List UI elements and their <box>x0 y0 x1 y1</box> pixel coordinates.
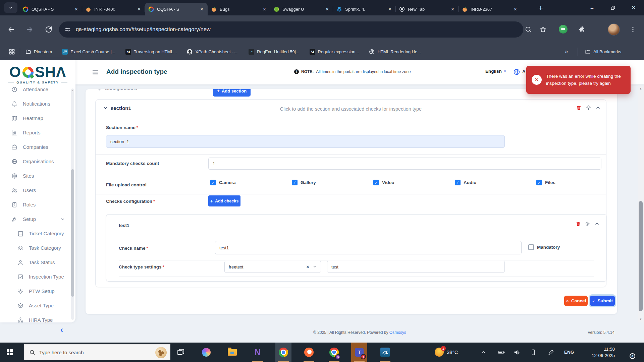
bookmark-item[interactable]: Excel Crash Course |... <box>62 49 115 55</box>
task-view-button[interactable] <box>173 343 189 362</box>
profile-avatar[interactable] <box>608 23 620 36</box>
browser-tab[interactable]: INRT-3400 ✕ <box>82 3 145 15</box>
scroll-up-arrow-icon[interactable]: ▲ <box>638 87 644 90</box>
notification-center-button[interactable]: 4 <box>623 348 633 357</box>
upload-option-checkbox[interactable]: ✓ Gallery <box>292 180 373 185</box>
browser-tab[interactable]: New Tab ✕ <box>396 3 459 15</box>
teams-button[interactable]: T 4 <box>351 343 367 362</box>
bookmark-item[interactable]: .* RegExr: Untitled 59j... <box>249 49 299 55</box>
checkbox-icon[interactable]: ✓ <box>373 180 379 185</box>
bookmark-item[interactable]: Pinestem <box>25 49 52 55</box>
taskbar-search[interactable] <box>24 344 170 360</box>
collapse-check-icon[interactable] <box>594 221 600 227</box>
tab-close-icon[interactable]: ✕ <box>450 6 455 12</box>
section-settings-icon[interactable] <box>586 105 591 111</box>
tray-expand-button[interactable] <box>480 348 488 356</box>
forward-button[interactable] <box>23 23 36 36</box>
purple-app-button[interactable]: N <box>250 343 266 362</box>
checkbox-icon[interactable] <box>528 244 534 250</box>
battery-status[interactable] <box>497 348 505 356</box>
add-checks-button[interactable]: + Add checks <box>208 195 240 206</box>
scroll-down-arrow-icon[interactable]: ▼ <box>638 318 644 321</box>
delete-section-icon[interactable] <box>576 105 582 111</box>
sidebar-item[interactable]: Task Status <box>0 255 70 269</box>
page-scrollbar-thumb[interactable] <box>639 201 643 311</box>
sidebar-scrollbar-thumb[interactable] <box>71 169 74 297</box>
tab-close-icon[interactable]: ✕ <box>513 6 518 12</box>
zoom-button[interactable] <box>522 23 535 36</box>
tab-close-icon[interactable]: ✕ <box>325 6 330 12</box>
section-name-input[interactable] <box>106 135 505 148</box>
new-tab-button[interactable]: + <box>535 3 546 13</box>
language-dropdown[interactable]: English ▾ <box>485 69 506 74</box>
chrome-button[interactable] <box>275 343 291 362</box>
browser-tab[interactable]: Sprint-5.4. ✕ <box>333 3 396 15</box>
search-highlight-food-icon[interactable] <box>155 347 167 358</box>
hamburger-menu-icon[interactable] <box>92 68 99 76</box>
tab-search-button[interactable] <box>4 2 17 13</box>
mandatory-checkbox[interactable]: Mandatory <box>528 244 560 250</box>
extension-icon-green[interactable] <box>559 25 568 34</box>
upload-option-checkbox[interactable]: ✓ Camera <box>210 180 292 185</box>
bookmark-item[interactable]: M Traversing an HTML... <box>125 49 177 55</box>
weather-widget[interactable]: 1 38°C <box>435 348 458 357</box>
page-scrollbar[interactable]: ▲ ▼ <box>638 85 644 322</box>
checkbox-icon[interactable]: ✓ <box>292 180 298 185</box>
sidebar-item[interactable]: Inspection Type <box>0 269 70 284</box>
phone-link[interactable] <box>529 348 537 356</box>
window-minimize-button[interactable]: – <box>582 0 602 15</box>
url-text[interactable]: qa-staging.oqsha.com/#/setup/inspection-… <box>76 26 211 33</box>
bookmark-item[interactable]: XPath Cheatsheet --... <box>187 49 238 55</box>
check-type-select[interactable]: freetext ✕ <box>224 261 321 273</box>
browser-tab[interactable]: OQSHA - S ✕ <box>145 3 208 15</box>
sidebar-item[interactable]: Sites <box>0 169 70 183</box>
site-settings-icon[interactable] <box>64 26 71 33</box>
sidebar-item[interactable]: Setup <box>0 212 70 226</box>
add-section-button[interactable]: + Add section <box>213 89 251 97</box>
reload-button[interactable] <box>42 23 55 36</box>
submit-button[interactable]: ✓ Submit <box>590 296 615 306</box>
error-toast[interactable]: ✕ There was an error while creating the … <box>526 66 631 94</box>
browser-tab[interactable]: INRB-2367 ✕ <box>459 3 521 15</box>
cancel-button[interactable]: ✕ Cancel <box>564 296 588 306</box>
window-restore-button[interactable] <box>602 0 623 15</box>
browser-tab[interactable]: {..} Swagger U ✕ <box>270 3 333 15</box>
chrome-profile-button[interactable]: S <box>326 343 342 362</box>
bookmark-star-button[interactable] <box>537 23 549 36</box>
mysql-workbench-button[interactable] <box>377 343 393 362</box>
browser-menu-button[interactable] <box>627 23 639 36</box>
apps-grid-icon[interactable] <box>9 49 15 55</box>
check-settings-icon[interactable] <box>585 221 590 227</box>
mandatory-checks-input[interactable] <box>208 158 601 170</box>
back-button[interactable] <box>5 23 17 36</box>
sidebar-item[interactable]: Roles <box>0 197 70 212</box>
windows-ink[interactable] <box>547 348 555 356</box>
browser-tab[interactable]: OQSHA - S ✕ <box>19 3 82 15</box>
taskbar-search-input[interactable] <box>39 350 137 355</box>
browser-tab[interactable]: Bugs ✕ <box>208 3 270 15</box>
upload-option-checkbox[interactable]: ✓ Video <box>373 180 455 185</box>
sidebar-item[interactable]: Organisations <box>0 154 70 169</box>
taskbar-clock[interactable]: 11:58 12-06-2025 <box>581 346 615 359</box>
tab-close-icon[interactable]: ✕ <box>137 6 142 12</box>
tab-close-icon[interactable]: ✕ <box>262 6 267 12</box>
language-indicator[interactable]: ENG <box>564 350 574 355</box>
upload-option-checkbox[interactable]: ✓ Files <box>536 180 618 185</box>
start-button[interactable] <box>0 343 19 362</box>
check-name-input[interactable] <box>215 241 522 254</box>
sidebar-item[interactable]: Ticket Category <box>0 226 70 241</box>
upload-option-checkbox[interactable]: ✓ Audio <box>455 180 536 185</box>
checkbox-icon[interactable]: ✓ <box>536 180 542 185</box>
bookmark-item[interactable]: M Regular expression... <box>310 49 359 55</box>
sidebar-item[interactable]: Attendance <box>0 86 70 97</box>
sidebar-item[interactable]: HIRA Type <box>0 313 70 322</box>
sidebar-item[interactable]: Asset Type <box>0 298 70 313</box>
extensions-button[interactable] <box>576 23 588 36</box>
sidebar-item[interactable]: Notifications <box>0 97 70 111</box>
checkbox-icon[interactable]: ✓ <box>455 180 461 185</box>
checkbox-icon[interactable]: ✓ <box>210 180 216 185</box>
tab-close-icon[interactable]: ✕ <box>387 6 392 12</box>
tab-close-icon[interactable]: ✕ <box>199 6 204 12</box>
bookmarks-overflow-chevron[interactable]: » <box>565 48 568 55</box>
chevron-down-icon[interactable] <box>313 264 317 269</box>
